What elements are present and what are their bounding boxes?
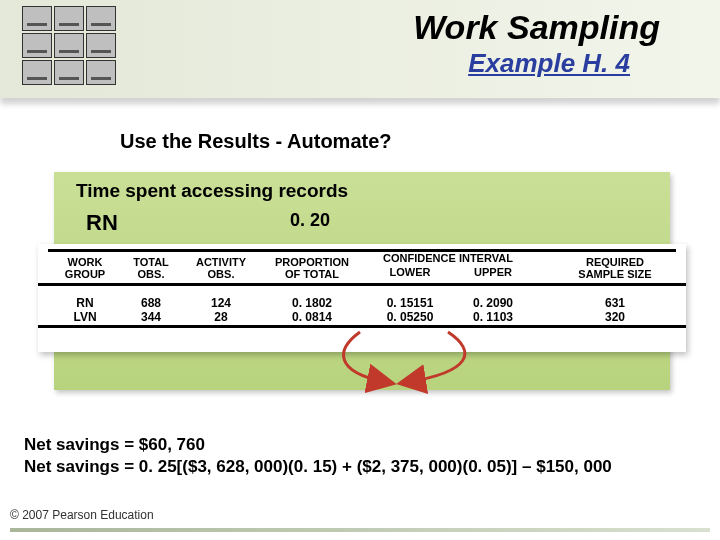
filing-cabinet-icon [22, 6, 118, 88]
th-proportion: PROPORTIONOF TOTAL [266, 256, 358, 280]
cell-group: RNLVN [54, 296, 116, 324]
slide-subtitle: Example H. 4 [468, 48, 630, 79]
rn-value: 0. 20 [290, 210, 330, 231]
rn-label: RN [86, 210, 118, 236]
cell-total: 688344 [122, 296, 180, 324]
panel-title: Time spent accessing records [76, 180, 348, 202]
th-conf-interval: CONFIDENCE INTERVAL [368, 252, 528, 264]
slide-title: Work Sampling [413, 8, 660, 47]
cell-required: 631320 [568, 296, 662, 324]
cell-lower: 0. 151510. 05250 [368, 296, 452, 324]
section-heading: Use the Results - Automate? [120, 130, 392, 153]
cell-upper: 0. 20900. 1103 [458, 296, 528, 324]
savings-lines: Net savings = $60, 760 Net savings = 0. … [24, 434, 612, 478]
th-upper: UPPER [458, 266, 528, 278]
cell-proportion: 0. 18020. 0814 [266, 296, 358, 324]
table-header-row: WORKGROUP TOTALOBS. ACTIVITYOBS. PROPORT… [38, 252, 686, 286]
th-total-obs: TOTALOBS. [122, 256, 180, 280]
table-body: RNLVN 688344 12428 0. 18020. 0814 0. 151… [38, 292, 686, 328]
savings-line-1: Net savings = $60, 760 [24, 434, 612, 456]
cell-activity: 12428 [186, 296, 256, 324]
copyright: © 2007 Pearson Education [10, 508, 154, 522]
th-lower: LOWER [368, 266, 452, 278]
header: Work Sampling Example H. 4 [0, 0, 720, 98]
th-work-group: WORKGROUP [54, 256, 116, 280]
savings-line-2: Net savings = 0. 25[($3, 628, 000)(0. 15… [24, 456, 612, 478]
slide: Work Sampling Example H. 4 Use the Resul… [0, 0, 720, 540]
arrows-icon [330, 326, 490, 402]
footer-bar [10, 528, 710, 532]
th-activity-obs: ACTIVITYOBS. [186, 256, 256, 280]
th-required: REQUIREDSAMPLE SIZE [568, 256, 662, 280]
